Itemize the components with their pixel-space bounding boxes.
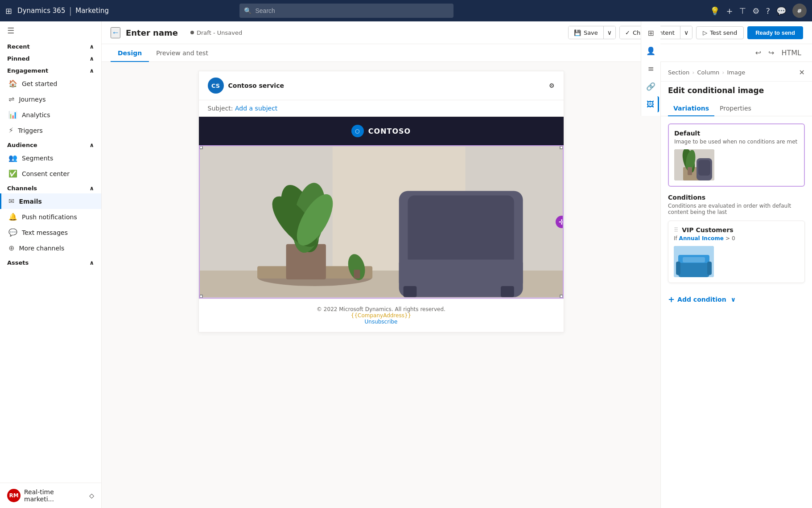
redo-icon[interactable]: ↪	[767, 47, 776, 59]
panel-icon-image[interactable]: 🖼	[643, 96, 659, 112]
right-panel-icon-bar: ⊞ 👤 ≡ 🔗 🖼	[641, 21, 660, 116]
email-settings-icon[interactable]: ⚙	[549, 82, 555, 89]
tab-variations[interactable]: Variations	[668, 101, 714, 116]
rm-chevron: ◇	[89, 492, 94, 499]
check-content-dropdown[interactable]: ∨	[680, 26, 692, 39]
conditions-desc: Conditions are evaluated in order with d…	[668, 203, 805, 215]
recent-chevron: ∧	[89, 43, 94, 50]
panel-icon-link[interactable]: 🔗	[643, 78, 659, 94]
vip-image-thumbnail[interactable]	[674, 246, 714, 277]
chat-icon[interactable]: 💬	[776, 6, 786, 16]
vip-card-header: ⠿ VIP Customers	[674, 226, 799, 234]
back-button[interactable]: ←	[111, 27, 120, 38]
panel-icon-layout[interactable]: ⊞	[643, 25, 659, 41]
module-name[interactable]: Marketing	[75, 7, 109, 15]
drag-handle-icon[interactable]: ⠿	[674, 226, 678, 234]
consent-center-label: Consent center	[22, 170, 70, 177]
condition-field[interactable]: Annual Income	[679, 235, 726, 242]
channels-section[interactable]: Channels ∧	[0, 181, 101, 193]
toolbar-right: 💾 Save ∨ ✓ Check content ∨ ▷ Test send	[568, 26, 803, 39]
tab-properties[interactable]: Properties	[714, 101, 757, 116]
draft-dot	[190, 31, 194, 34]
recent-section[interactable]: Recent ∧	[0, 40, 101, 52]
breadcrumb-sep-2: ›	[722, 69, 724, 76]
search-input[interactable]	[255, 7, 449, 14]
subject-line: Subject: Add a subject	[199, 100, 564, 117]
tab-design[interactable]: Design	[111, 45, 149, 62]
text-icon: 💬	[8, 228, 17, 237]
vip-thumbnail-svg	[674, 246, 714, 277]
sidebar-item-emails[interactable]: ✉ Emails	[0, 193, 101, 209]
email-sender: CS Contoso service	[208, 78, 284, 94]
breadcrumb-image[interactable]: Image	[727, 69, 746, 76]
pinned-section[interactable]: Pinned ∧	[0, 52, 101, 64]
sidebar-item-get-started[interactable]: 🏠 Get started	[0, 76, 101, 91]
tab-toolbar-right: ↩ ↪ HTML	[754, 44, 803, 61]
triggers-icon: ⚡	[8, 126, 13, 135]
panel-close-button[interactable]: ✕	[799, 68, 805, 77]
tab-preview[interactable]: Preview and test	[149, 45, 215, 62]
vip-card: ⠿ VIP Customers If Annual Income > 0	[668, 221, 805, 283]
panel-icon-list[interactable]: ≡	[643, 61, 659, 77]
sidebar-item-push-notifications[interactable]: 🔔 Push notifications	[0, 209, 101, 225]
engagement-section[interactable]: Engagement ∧	[0, 64, 101, 76]
save-main[interactable]: 💾 Save	[569, 26, 603, 39]
undo-icon[interactable]: ↩	[754, 47, 763, 59]
plus-icon[interactable]: +	[726, 6, 733, 16]
email-card-header: CS Contoso service ⚙	[199, 71, 564, 100]
svg-rect-28	[707, 262, 712, 275]
sidebar-item-more-channels[interactable]: ⊕ More channels	[0, 240, 101, 256]
resize-handle-bottom-right[interactable]	[560, 295, 563, 298]
assets-section[interactable]: Assets ∧	[0, 256, 101, 268]
engagement-label: Engagement	[7, 67, 48, 74]
save-button-split[interactable]: 💾 Save ∨	[568, 26, 616, 39]
sidebar-item-segments[interactable]: 👥 Segments	[0, 150, 101, 166]
email-card: CS Contoso service ⚙ Subject: Add a subj…	[198, 71, 564, 332]
journeys-label: Journeys	[19, 96, 45, 103]
html-icon[interactable]: HTML	[779, 47, 803, 59]
gear-icon[interactable]: ⚙	[752, 6, 759, 16]
test-send-button[interactable]: ▷ Test send	[696, 26, 744, 39]
document-title[interactable]: Enter name	[126, 28, 178, 37]
breadcrumb-section[interactable]: Section	[668, 69, 689, 76]
default-image-thumbnail[interactable]	[674, 149, 714, 180]
sidebar-item-consent-center[interactable]: ✅ Consent center	[0, 166, 101, 181]
sidebar-item-triggers[interactable]: ⚡ Triggers	[0, 123, 101, 138]
user-avatar[interactable]: #	[792, 4, 807, 18]
add-condition-row[interactable]: + Add condition ∨	[661, 288, 812, 310]
resize-handle-top-right[interactable]	[560, 146, 563, 149]
save-dropdown-arrow[interactable]: ∨	[603, 26, 615, 39]
sidebar-bottom[interactable]: RM Real-time marketi... ◇	[0, 483, 101, 508]
sidebar-item-text-messages[interactable]: 💬 Text messages	[0, 225, 101, 240]
app-name[interactable]: Dynamics 365	[17, 7, 65, 15]
add-subject-link[interactable]: Add a subject	[235, 105, 277, 112]
breadcrumb-column[interactable]: Column	[697, 69, 720, 76]
company-address: {{CompanyAddress}}	[206, 312, 556, 319]
editor-body: CS Contoso service ⚙ Subject: Add a subj…	[102, 62, 812, 508]
hamburger-menu[interactable]: ☰	[0, 21, 101, 40]
svg-rect-11	[354, 270, 360, 279]
app-grid-icon[interactable]: ⊞	[5, 6, 12, 16]
contoso-logo: ○	[351, 125, 364, 137]
filter-icon[interactable]: ⊤	[739, 6, 746, 16]
search-bar[interactable]: 🔍	[239, 4, 453, 18]
audience-section[interactable]: Audience ∧	[0, 138, 101, 150]
panel-icon-personalize[interactable]: 👤	[643, 43, 659, 59]
resize-handle-bottom-left[interactable]	[200, 295, 203, 298]
add-condition-plus-icon: +	[668, 295, 675, 304]
resize-handle-top-left[interactable]	[200, 146, 203, 149]
ready-to-send-button[interactable]: Ready to send	[747, 26, 803, 39]
get-started-icon: 🏠	[8, 79, 17, 88]
sidebar-item-journeys[interactable]: ⇌ Journeys	[0, 91, 101, 107]
unsubscribe-link[interactable]: Unsubscribe	[206, 319, 556, 325]
email-hero-image[interactable]: ✛	[200, 146, 563, 298]
triggers-label: Triggers	[18, 127, 43, 134]
svg-rect-16	[501, 286, 514, 297]
svg-rect-15	[403, 286, 416, 297]
channels-label: Channels	[7, 185, 37, 192]
sidebar-item-analytics[interactable]: 📊 Analytics	[0, 107, 101, 123]
channels-chevron: ∧	[89, 185, 94, 192]
question-icon[interactable]: ?	[766, 6, 770, 16]
lightbulb-icon[interactable]: 💡	[710, 6, 720, 16]
check-chevron-icon: ∨	[684, 29, 688, 36]
